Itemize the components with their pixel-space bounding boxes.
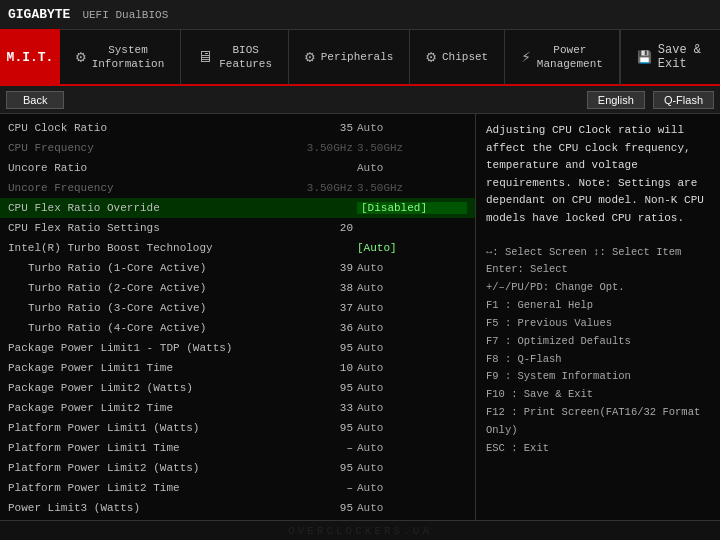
save-exit-icon: 💾 (637, 50, 652, 65)
setting-current-value: 95 (277, 502, 357, 514)
table-row[interactable]: CPU Frequency3.50GHz3.50GHz (0, 138, 475, 158)
setting-alt-value: Auto (357, 442, 467, 454)
shortcut-row: F10 : Save & Exit (486, 386, 710, 404)
setting-current-value: 3.50GHz (277, 142, 357, 154)
setting-current-value: 35 (277, 122, 357, 134)
table-row[interactable]: Package Power Limit1 Time10Auto (0, 358, 475, 378)
table-row[interactable]: CPU Flex Ratio Settings20 (0, 218, 475, 238)
toolbar: Back English Q-Flash (0, 86, 720, 114)
nav-power-management[interactable]: ⚡ PowerManagement (505, 29, 620, 85)
nav-chipset-label: Chipset (442, 50, 488, 64)
shortcut-row: F9 : System Information (486, 368, 710, 386)
nav-system-info[interactable]: ⚙ SystemInformation (60, 29, 181, 85)
nav-system-info-label: SystemInformation (92, 43, 165, 72)
table-row[interactable]: Package Power Limit1 - TDP (Watts)95Auto (0, 338, 475, 358)
help-panel: Adjusting CPU Clock ratio will affect th… (476, 114, 720, 520)
setting-name: Package Power Limit2 Time (8, 402, 277, 414)
table-row[interactable]: Uncore Frequency3.50GHz3.50GHz (0, 178, 475, 198)
main-content: CPU Clock Ratio35AutoCPU Frequency3.50GH… (0, 114, 720, 520)
setting-name: Turbo Ratio (3-Core Active) (8, 302, 277, 314)
setting-alt-value: 3.50GHz (357, 182, 467, 194)
table-row[interactable]: Platform Power Limit2 (Watts)95Auto (0, 458, 475, 478)
nav-chipset[interactable]: ⚙ Chipset (410, 29, 505, 85)
power-icon: ⚡ (521, 47, 531, 67)
setting-current-value: – (277, 482, 357, 494)
setting-name: Platform Power Limit1 (Watts) (8, 422, 277, 434)
brand-logo: GIGABYTE (8, 7, 70, 22)
language-selector[interactable]: English (587, 91, 645, 109)
table-row[interactable]: Turbo Ratio (3-Core Active)37Auto (0, 298, 475, 318)
setting-name: CPU Flex Ratio Override (8, 202, 277, 214)
table-row[interactable]: Turbo Ratio (4-Core Active)36Auto (0, 318, 475, 338)
table-row[interactable]: Platform Power Limit1 Time–Auto (0, 438, 475, 458)
nav-bios-features[interactable]: 🖥 BIOSFeatures (181, 29, 289, 85)
bios-label: UEFI DualBIOS (82, 9, 168, 21)
table-row[interactable]: Platform Power Limit2 Time–Auto (0, 478, 475, 498)
setting-name: Power Limit3 (Watts) (8, 502, 277, 514)
system-info-icon: ⚙ (76, 47, 86, 67)
setting-current-value: – (277, 442, 357, 454)
setting-current-value: 3.50GHz (277, 182, 357, 194)
table-row[interactable]: Platform Power Limit1 (Watts)95Auto (0, 418, 475, 438)
setting-alt-value: Auto (357, 482, 467, 494)
help-description: Adjusting CPU Clock ratio will affect th… (486, 122, 710, 228)
table-row[interactable]: Uncore RatioAuto (0, 158, 475, 178)
status-bar: OVERCLOCKERS.UA (0, 520, 720, 540)
setting-current-value: 95 (277, 342, 357, 354)
setting-alt-value: [Disabled] (357, 202, 467, 214)
shortcuts-list: ↔: Select Screen ↕: Select ItemEnter: Se… (486, 244, 710, 458)
table-row[interactable]: Turbo Ratio (2-Core Active)38Auto (0, 278, 475, 298)
setting-alt-value: Auto (357, 122, 467, 134)
setting-name: Turbo Ratio (2-Core Active) (8, 282, 277, 294)
setting-current-value: 20 (277, 222, 357, 234)
setting-alt-value: Auto (357, 162, 467, 174)
shortcut-row: ESC : Exit (486, 440, 710, 458)
setting-alt-value: 3.50GHz (357, 142, 467, 154)
setting-current-value: 33 (277, 402, 357, 414)
setting-name: Package Power Limit1 Time (8, 362, 277, 374)
header-bar: GIGABYTE UEFI DualBIOS (0, 0, 720, 30)
setting-name: Intel(R) Turbo Boost Technology (8, 242, 277, 254)
setting-alt-value: [Auto] (357, 242, 467, 254)
navigation-bar: M.I.T. ⚙ SystemInformation 🖥 BIOSFeature… (0, 30, 720, 86)
peripherals-icon: ⚙ (305, 47, 315, 67)
setting-current-value: 95 (277, 422, 357, 434)
setting-current-value: 95 (277, 382, 357, 394)
save-exit-button[interactable]: 💾 Save & Exit (620, 29, 720, 85)
mit-button[interactable]: M.I.T. (0, 29, 60, 85)
settings-list: CPU Clock Ratio35AutoCPU Frequency3.50GH… (0, 114, 476, 520)
back-button[interactable]: Back (6, 91, 64, 109)
watermark: OVERCLOCKERS.UA (288, 525, 432, 537)
table-row[interactable]: Package Power Limit2 Time33Auto (0, 398, 475, 418)
setting-alt-value: Auto (357, 502, 467, 514)
shortcut-row: +/–/PU/PD: Change Opt. (486, 279, 710, 297)
setting-name: Uncore Ratio (8, 162, 277, 174)
shortcut-row: ↔: Select Screen ↕: Select Item (486, 244, 710, 262)
setting-name: CPU Clock Ratio (8, 122, 277, 134)
table-row[interactable]: Power Limit3 Time–Auto (0, 518, 475, 520)
table-row[interactable]: Package Power Limit2 (Watts)95Auto (0, 378, 475, 398)
table-row[interactable]: Turbo Ratio (1-Core Active)39Auto (0, 258, 475, 278)
setting-alt-value: Auto (357, 262, 467, 274)
setting-current-value: 36 (277, 322, 357, 334)
shortcut-row: F1 : General Help (486, 297, 710, 315)
nav-power-label: PowerManagement (537, 43, 603, 72)
nav-peripherals-label: Peripherals (321, 50, 394, 64)
setting-name: CPU Flex Ratio Settings (8, 222, 277, 234)
nav-peripherals[interactable]: ⚙ Peripherals (289, 29, 410, 85)
setting-name: Package Power Limit2 (Watts) (8, 382, 277, 394)
shortcut-row: F12 : Print Screen(FAT16/32 Format Only) (486, 404, 710, 440)
table-row[interactable]: Power Limit3 (Watts)95Auto (0, 498, 475, 518)
setting-current-value: 10 (277, 362, 357, 374)
setting-name: Turbo Ratio (1-Core Active) (8, 262, 277, 274)
setting-alt-value: Auto (357, 342, 467, 354)
table-row[interactable]: CPU Clock Ratio35Auto (0, 118, 475, 138)
setting-current-value: 95 (277, 462, 357, 474)
table-row[interactable]: CPU Flex Ratio Override[Disabled] (0, 198, 475, 218)
setting-name: Uncore Frequency (8, 182, 277, 194)
table-row[interactable]: Intel(R) Turbo Boost Technology[Auto] (0, 238, 475, 258)
bios-features-icon: 🖥 (197, 48, 213, 67)
qflash-button[interactable]: Q-Flash (653, 91, 714, 109)
shortcut-row: F7 : Optimized Defaults (486, 333, 710, 351)
setting-alt-value: Auto (357, 282, 467, 294)
